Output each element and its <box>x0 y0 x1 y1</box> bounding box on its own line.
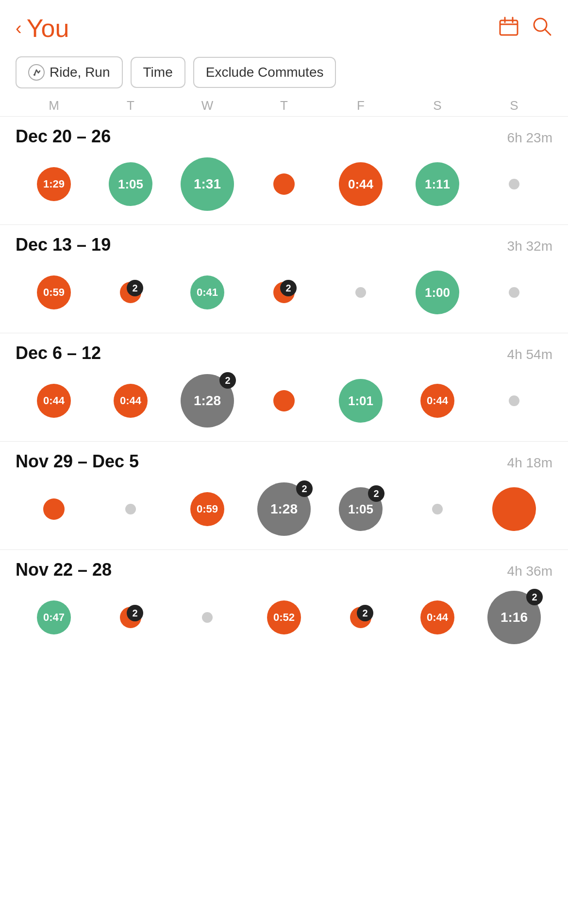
activity-bubble[interactable]: 1:31 <box>181 157 234 211</box>
activity-bubble[interactable]: 1:29 <box>37 167 71 201</box>
activity-cell[interactable]: 0:47 <box>16 591 92 644</box>
activity-cell[interactable] <box>246 374 322 428</box>
header-left: ‹ You <box>16 14 69 43</box>
week-header: Nov 29 – Dec 54h 18m <box>16 451 552 472</box>
commutes-filter[interactable]: Exclude Commutes <box>193 57 336 88</box>
week-header: Dec 6 – 124h 54m <box>16 343 552 363</box>
activity-bubble[interactable]: 2 <box>120 282 141 303</box>
activity-bubble[interactable]: 1:11 <box>416 162 459 206</box>
activity-cell[interactable]: 1:162 <box>476 591 552 644</box>
activity-bubble[interactable]: 1:282 <box>257 482 311 536</box>
activity-cell[interactable]: 0:44 <box>92 374 169 428</box>
activity-count-badge: 2 <box>127 605 143 621</box>
activity-cell[interactable]: 2 <box>92 266 169 319</box>
svg-point-7 <box>33 74 35 76</box>
week-total: 3h 32m <box>507 239 552 254</box>
rest-dot <box>509 395 519 406</box>
activity-bubble[interactable]: 1:01 <box>339 379 383 423</box>
day-label: S <box>399 98 476 113</box>
activity-cell[interactable]: 1:01 <box>322 374 399 428</box>
activity-bubble[interactable]: 1:05 <box>109 162 152 206</box>
activity-cell[interactable]: 1:282 <box>246 482 322 536</box>
activity-bubble[interactable]: 2 <box>273 282 295 303</box>
week-range: Dec 6 – 12 <box>16 343 101 363</box>
activity-cell[interactable]: 1:11 <box>399 157 476 211</box>
activity-bubble[interactable]: 0:59 <box>190 492 224 526</box>
activity-bubble[interactable]: 1:00 <box>416 271 459 314</box>
week-section: Dec 6 – 124h 54m0:440:441:2821:010:44 <box>0 333 568 441</box>
activity-bubble[interactable]: 0:41 <box>190 275 224 309</box>
activity-bubble[interactable]: 1:052 <box>339 487 383 531</box>
activity-count-badge: 2 <box>219 372 236 389</box>
header-icons <box>498 16 552 41</box>
activity-bubble[interactable]: 0:47 <box>37 600 71 634</box>
week-section: Nov 29 – Dec 54h 18m0:591:2821:052 <box>0 441 568 549</box>
activity-cell[interactable]: 1:052 <box>322 482 399 536</box>
activity-cell[interactable] <box>16 482 92 536</box>
activity-cell[interactable]: 1:29 <box>16 157 92 211</box>
activity-bubble[interactable] <box>43 498 65 520</box>
activity-cell[interactable]: 2 <box>322 591 399 644</box>
activity-bubble[interactable]: 2 <box>350 607 371 628</box>
metric-filter[interactable]: Time <box>131 57 185 88</box>
activity-cell[interactable]: 0:44 <box>399 374 476 428</box>
back-button[interactable]: ‹ <box>16 19 22 37</box>
week-range: Nov 29 – Dec 5 <box>16 451 139 472</box>
svg-line-5 <box>545 30 551 35</box>
activity-bubble[interactable]: 0:44 <box>37 384 71 418</box>
activity-bubble[interactable]: 1:282 <box>181 374 234 428</box>
activity-cell[interactable]: 0:59 <box>169 482 246 536</box>
activity-cell[interactable]: 0:52 <box>246 591 322 644</box>
day-label: M <box>16 98 92 113</box>
calendar-button[interactable] <box>498 16 519 41</box>
activity-cell[interactable]: 2 <box>92 591 169 644</box>
activity-bubble[interactable]: 0:44 <box>420 600 454 634</box>
week-section: Dec 13 – 193h 32m0:5920:4121:00 <box>0 224 568 333</box>
activity-bubble[interactable]: 1:162 <box>487 591 541 644</box>
activity-count-badge: 2 <box>296 480 313 497</box>
activity-type-label: Ride, Run <box>50 65 110 80</box>
activity-bubble[interactable]: 0:59 <box>37 275 71 309</box>
activity-cell[interactable] <box>246 157 322 211</box>
activity-cell[interactable]: 1:282 <box>169 374 246 428</box>
activity-count-badge: 2 <box>357 605 373 621</box>
activity-cell[interactable]: 1:00 <box>399 266 476 319</box>
activity-bubble[interactable]: 2 <box>120 607 141 628</box>
header: ‹ You <box>0 0 568 51</box>
page-title: You <box>27 14 69 43</box>
activity-bubble[interactable]: 0:44 <box>420 384 454 418</box>
commutes-label: Exclude Commutes <box>206 65 324 80</box>
activity-cell <box>476 374 552 428</box>
day-label: F <box>322 98 399 113</box>
activity-cell[interactable]: 0:59 <box>16 266 92 319</box>
activity-bubble[interactable] <box>492 487 536 531</box>
activity-count-badge: 2 <box>526 589 543 605</box>
search-button[interactable] <box>531 16 552 41</box>
activity-bubble[interactable] <box>273 173 295 195</box>
activity-cell[interactable]: 1:31 <box>169 157 246 211</box>
activity-cell[interactable]: 0:44 <box>16 374 92 428</box>
svg-rect-0 <box>500 20 518 35</box>
activity-row: 0:4720:5220:441:162 <box>16 591 552 644</box>
activity-cell[interactable] <box>476 482 552 536</box>
activity-cell[interactable]: 0:41 <box>169 266 246 319</box>
activity-cell[interactable]: 0:44 <box>322 157 399 211</box>
activity-cell <box>322 266 399 319</box>
activity-type-filter[interactable]: Ride, Run <box>16 56 123 88</box>
activity-bubble[interactable]: 0:44 <box>114 384 148 418</box>
week-header: Dec 20 – 266h 23m <box>16 126 552 147</box>
activity-bubble[interactable]: 0:52 <box>267 600 301 634</box>
activity-cell <box>399 482 476 536</box>
week-total: 4h 18m <box>507 455 552 471</box>
day-label: S <box>476 98 552 113</box>
week-range: Dec 20 – 26 <box>16 126 111 147</box>
week-section: Nov 22 – 284h 36m0:4720:5220:441:162 <box>0 549 568 658</box>
activity-cell[interactable]: 1:05 <box>92 157 169 211</box>
activity-cell[interactable]: 0:44 <box>399 591 476 644</box>
activity-bubble[interactable] <box>273 390 295 411</box>
rest-dot <box>432 504 443 514</box>
week-section: Dec 20 – 266h 23m1:291:051:310:441:11 <box>0 116 568 224</box>
activity-cell[interactable]: 2 <box>246 266 322 319</box>
activity-bubble[interactable]: 0:44 <box>339 162 383 206</box>
filter-bar: Ride, Run Time Exclude Commutes <box>0 51 568 98</box>
